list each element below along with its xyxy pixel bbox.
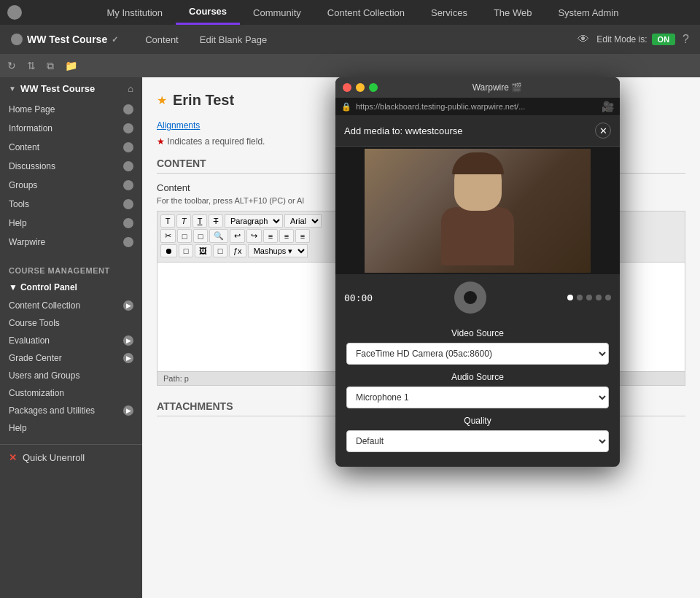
video-person [427, 156, 529, 273]
url-text[interactable]: https://blackboard.testing-public.warpwi… [356, 102, 597, 111]
toolbar-align-right[interactable]: ≡ [295, 229, 310, 243]
expand-icon-content-collection: ▶ [123, 300, 133, 311]
nav-community[interactable]: Community [240, 0, 314, 25]
modal-address-bar: 🔒 https://blackboard.testing-public.warp… [335, 98, 620, 115]
sidebar-item-warpwire[interactable]: Warpwire [0, 233, 142, 252]
course-mgmt-header: Course Management [0, 259, 142, 278]
toolbar-image[interactable]: 🖼 [195, 244, 211, 257]
sidebar-item-information[interactable]: Information [0, 119, 142, 138]
record-button[interactable] [454, 281, 486, 314]
sidebar-label-evaluation: Evaluation [9, 335, 50, 346]
quick-unenroll[interactable]: ✕ Quick Unenroll [0, 445, 142, 470]
nav-content-link[interactable]: Content [136, 34, 187, 45]
sidebar-item-content-collection[interactable]: Content Collection ▶ [0, 297, 142, 314]
sidebar-circle-warpwire [123, 237, 133, 247]
alignments-link[interactable]: Alignments [157, 120, 200, 131]
sidebar-item-evaluation[interactable]: Evaluation ▶ [0, 332, 142, 349]
dot-1 [567, 295, 573, 300]
toolbar-mashups-select[interactable]: Mashups ▾ [248, 244, 308, 257]
nav-content-collection[interactable]: Content Collection [314, 0, 418, 25]
sidebar-item-tools[interactable]: Tools [0, 195, 142, 214]
toolbar-table[interactable]: □ [213, 244, 228, 257]
modal-form: Video Source FaceTime HD Camera (05ac:86… [335, 321, 620, 467]
toolbar-formula[interactable]: ƒx [229, 244, 246, 257]
sidebar: ▼ WW Test Course ⌂ Home Page Information… [0, 77, 142, 598]
quick-unenroll-label: Quick Unenroll [23, 452, 85, 463]
sidebar-label-users-and-groups: Users and Groups [9, 370, 79, 381]
edit-mode-toggle[interactable]: ON [652, 34, 676, 45]
tool-icons-row: ↻ ⇅ ⧉ 📁 [0, 54, 700, 77]
toolbar-paragraph-select[interactable]: Paragraph [225, 214, 283, 228]
expand-icon-packages: ▶ [123, 405, 133, 416]
audio-source-select[interactable]: Microphone 1 Default Microphone [346, 387, 609, 408]
help-icon[interactable]: ? [682, 33, 689, 46]
traffic-light-green[interactable] [369, 83, 378, 92]
sidebar-item-discussions[interactable]: Discussions [0, 157, 142, 176]
sidebar-circle-groups [123, 180, 133, 190]
sidebar-circle-content [123, 142, 133, 152]
sidebar-label-packages-utilities: Packages and Utilities [9, 405, 95, 416]
sidebar-item-groups[interactable]: Groups [0, 176, 142, 195]
refresh-icon[interactable]: ↻ [7, 60, 16, 71]
toolbar-bullet[interactable]: ⏺ [160, 244, 177, 257]
copy-icon[interactable]: ⧉ [47, 60, 54, 72]
nav-my-institution[interactable]: My Institution [93, 0, 176, 25]
toolbar-font-select[interactable]: Arial [284, 214, 322, 228]
video-source-select[interactable]: FaceTime HD Camera (05ac:8600) Default C… [346, 343, 609, 365]
toolbar-redo[interactable]: ↪ [246, 229, 262, 243]
sidebar-circle-tools [123, 199, 133, 209]
app-logo [7, 5, 22, 20]
toolbar-italic[interactable]: T [176, 214, 191, 228]
toolbar-paste[interactable]: □ [193, 229, 208, 243]
sidebar-circle-information [123, 123, 133, 133]
audio-source-label: Audio Source [346, 372, 609, 382]
sidebar-item-grade-center[interactable]: Grade Center ▶ [0, 349, 142, 367]
sidebar-item-users-and-groups[interactable]: Users and Groups [0, 367, 142, 384]
visibility-icon[interactable]: 👁 [578, 33, 589, 46]
sidebar-label-warpwire: Warpwire [9, 237, 45, 247]
sidebar-item-packages-utilities[interactable]: Packages and Utilities ▶ [0, 402, 142, 419]
toolbar-copy[interactable]: □ [177, 229, 192, 243]
toolbar-undo[interactable]: ↩ [230, 229, 245, 243]
sidebar-label-content-collection: Content Collection [9, 300, 80, 311]
sidebar-item-course-tools[interactable]: Course Tools [0, 314, 142, 332]
nav-the-web[interactable]: The Web [481, 0, 545, 25]
arrows-icon[interactable]: ⇅ [27, 60, 36, 71]
modal-close-button[interactable]: ✕ [595, 123, 611, 139]
toolbar-align-left[interactable]: ≡ [263, 229, 278, 243]
toolbar-search[interactable]: 🔍 [209, 229, 228, 243]
unenroll-x-icon: ✕ [9, 452, 17, 463]
camera-icon[interactable]: 🎥 [602, 101, 614, 112]
sidebar-item-home-page[interactable]: Home Page [0, 100, 142, 119]
nav-edit-blank-page-link[interactable]: Edit Blank Page [191, 34, 276, 45]
nav-services[interactable]: Services [418, 0, 481, 25]
sidebar-label-content: Content [9, 142, 39, 152]
sidebar-item-content[interactable]: Content [0, 138, 142, 157]
page-title: Erin Test [173, 92, 234, 109]
sidebar-item-help[interactable]: Help [0, 419, 142, 437]
sidebar-toggle-arrow: ▼ [9, 85, 16, 93]
sidebar-label-home-page: Home Page [9, 104, 55, 114]
person-head [454, 156, 502, 211]
sidebar-item-help[interactable]: Help [0, 214, 142, 233]
video-preview-inner [365, 149, 591, 273]
nav-system-admin[interactable]: System Admin [545, 0, 631, 25]
traffic-light-yellow[interactable] [356, 83, 365, 92]
course-title: WW Test Course ✓ [11, 34, 118, 45]
quality-select[interactable]: Default Low Medium High [346, 430, 609, 452]
sidebar-item-customization[interactable]: Customization [0, 384, 142, 402]
toolbar-numbered[interactable]: □ [179, 244, 193, 257]
toolbar-align-center[interactable]: ≡ [279, 229, 294, 243]
sidebar-label-help: Help [9, 218, 27, 228]
toolbar-strikethrough[interactable]: T [209, 214, 223, 228]
edit-mode: Edit Mode is: ON [596, 34, 675, 45]
expand-icon-evaluation: ▶ [123, 335, 133, 346]
sidebar-course-header[interactable]: ▼ WW Test Course ⌂ [0, 77, 142, 100]
folder-icon[interactable]: 📁 [65, 60, 77, 71]
nav-courses[interactable]: Courses [176, 0, 240, 25]
required-asterisk: ★ [157, 136, 167, 147]
toolbar-bold[interactable]: T [160, 214, 175, 228]
toolbar-cut[interactable]: ✂ [160, 229, 176, 243]
traffic-light-red[interactable] [343, 83, 351, 92]
toolbar-underline[interactable]: T [192, 214, 207, 228]
